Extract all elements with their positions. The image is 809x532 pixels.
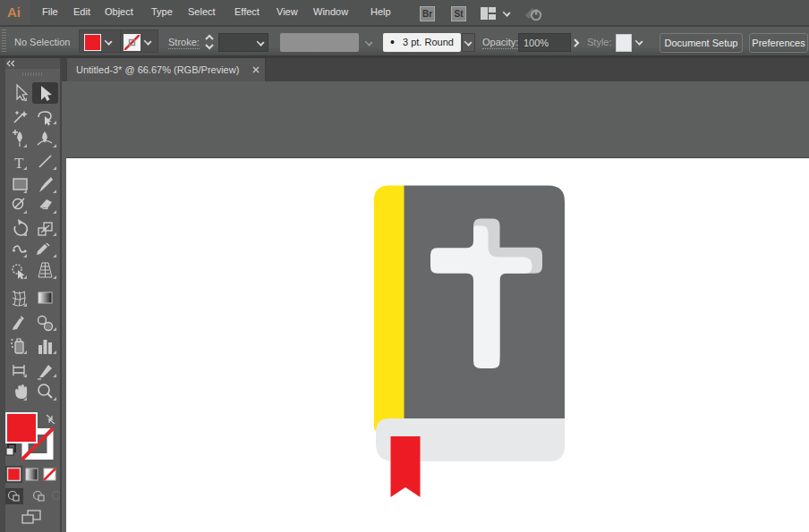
svg-text:T: T: [14, 155, 24, 172]
